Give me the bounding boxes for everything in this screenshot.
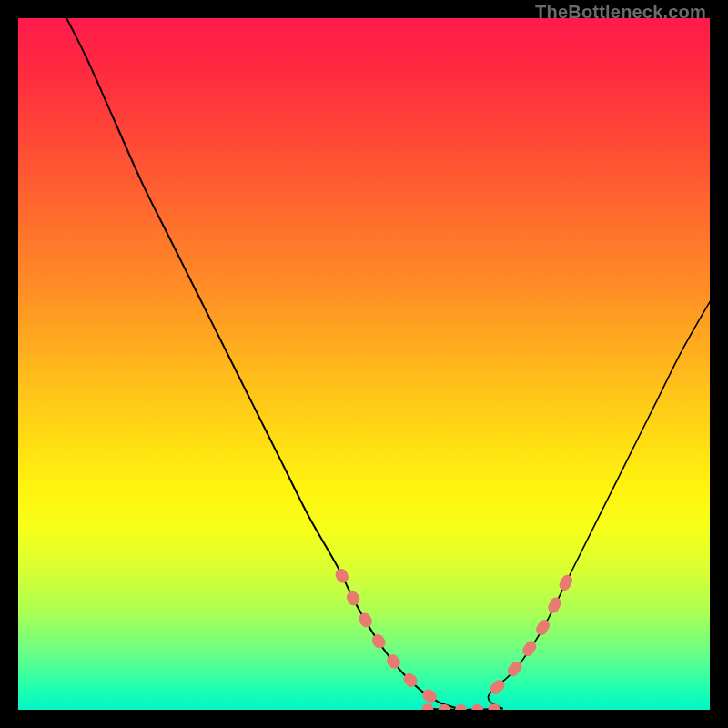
- marker-segment: [455, 704, 467, 710]
- markers-group: [333, 567, 574, 710]
- curve-left-path: [66, 18, 502, 710]
- chart-plot-area: [18, 18, 710, 710]
- curve-left-arm: [66, 18, 502, 710]
- marker-segment: [333, 567, 350, 585]
- marker-segment: [345, 589, 362, 607]
- marker-segment: [546, 595, 563, 614]
- marker-segment: [421, 703, 433, 710]
- curve-right-path: [488, 302, 710, 709]
- marker-segment: [534, 618, 551, 637]
- curve-right-arm: [488, 302, 710, 709]
- marker-segment: [357, 611, 374, 629]
- marker-segment: [557, 573, 574, 592]
- marker-segment: [420, 687, 440, 705]
- marker-segment: [369, 632, 388, 651]
- marker-segment: [488, 703, 500, 710]
- outer-frame: TheBottleneck.com: [0, 0, 728, 728]
- marker-segment: [471, 704, 483, 710]
- chart-svg: [18, 18, 710, 710]
